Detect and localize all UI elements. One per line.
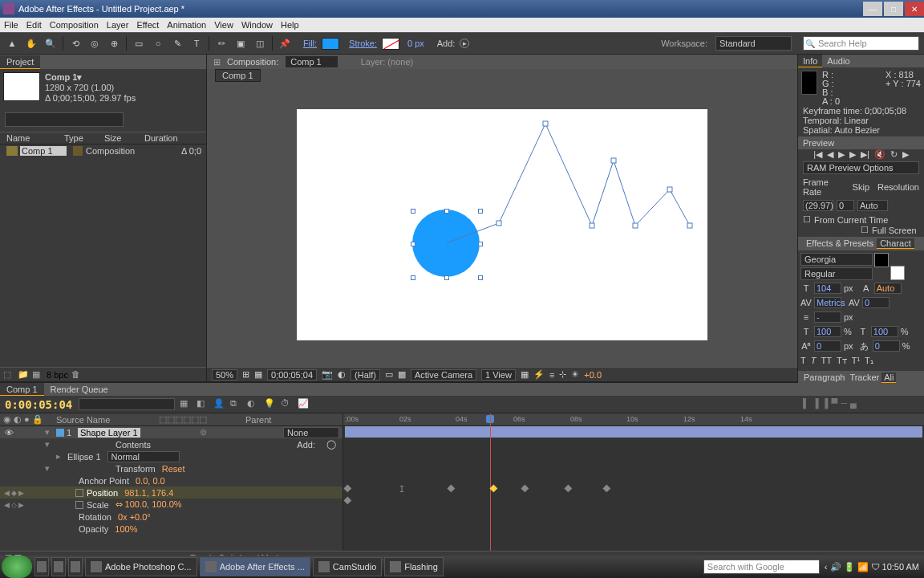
taskbar-quicklaunch[interactable] [68,557,83,576]
menu-composition[interactable]: Composition [50,20,99,30]
prop-opacity[interactable]: Opacity 100% [0,523,342,535]
subscript-icon[interactable]: T₁ [865,356,873,366]
tray-icon[interactable]: ‹ [825,562,828,572]
graph-editor-icon[interactable]: 📈 [298,398,310,411]
opacity-value[interactable]: 100% [115,524,137,534]
keyframe[interactable] [602,484,610,492]
search-help-input[interactable]: Search Help [803,36,919,51]
current-time[interactable]: 0:00:05:04 [5,398,72,411]
current-time-indicator[interactable] [490,413,491,551]
comp-subtab[interactable]: Comp 1 [215,69,261,82]
align-tab[interactable]: Ali [881,372,896,383]
grid-icon[interactable]: ⊞ [242,369,249,380]
tracking-field[interactable]: 0 [862,297,890,308]
label-color[interactable] [56,429,64,437]
stopwatch-icon[interactable] [75,501,83,509]
prev-kf-icon[interactable]: ◀ [4,489,10,497]
ram-preview-button[interactable]: ▶ [902,149,909,160]
start-button[interactable] [2,556,32,578]
layer-row-shape1[interactable]: 👁 ▾ 1 Shape Layer 1 ⊚ None [0,426,342,438]
timeline-tracks[interactable]: ;00s 02s 04s 06s 08s 10s 12s 14s I [343,413,924,551]
play-button[interactable]: ▶ [838,149,845,160]
resolution-select[interactable]: Auto [857,200,888,211]
taskbar-aftereffects[interactable]: Adobe After Effects ... [200,557,310,576]
camera-select[interactable]: Active Camera [411,369,476,381]
taskbar-quicklaunch[interactable] [51,557,66,576]
canvas-area[interactable] [207,82,797,367]
audio-tab[interactable]: Audio [822,55,854,67]
draft3d-icon[interactable]: ◧ [197,398,209,411]
baseline-field[interactable]: 0 [814,340,841,352]
skip-select[interactable]: 0 [837,200,854,211]
keyframe[interactable] [564,484,572,492]
position-value[interactable]: 981.1, 176.4 [124,488,173,498]
pan-behind-tool[interactable]: ⊕ [107,36,121,51]
add-button[interactable]: ◯ [326,439,336,450]
scale-value[interactable]: ⇔ 100.0, 100.0% [116,499,182,510]
motion-blur-icon[interactable]: ◐ [247,398,260,411]
rect-tool[interactable]: ▭ [132,36,146,51]
comp-new-icon[interactable]: ▦ [32,369,43,381]
channel-icon[interactable]: ◐ [338,369,346,380]
last-frame-button[interactable]: ▶| [861,149,869,160]
menu-animation[interactable]: Animation [167,20,206,30]
layer-name[interactable]: Shape Layer 1 [78,428,140,438]
framerate-select[interactable]: (29.97) [803,200,833,211]
clone-tool[interactable]: ▣ [233,36,248,51]
puppet-tool[interactable]: 📌 [278,36,292,51]
first-frame-button[interactable]: |◀ [813,149,822,160]
align-bottom-icon[interactable]: ▄ [850,398,857,408]
text-tool[interactable]: T [189,36,204,51]
timeline-tab-comp1[interactable]: Comp 1 [0,383,44,396]
tray-icon[interactable]: 📶 [857,562,869,572]
faux-bold-icon[interactable]: T [800,356,806,365]
blend-mode-select[interactable]: Normal [107,451,180,462]
next-kf-icon[interactable]: ▶ [18,489,24,497]
hide-shy-icon[interactable]: 👤 [213,398,226,411]
pixel-aspect-icon[interactable]: ▦ [521,369,529,380]
tsume-field[interactable]: 0 [873,340,900,352]
project-search[interactable] [5,112,124,127]
eraser-tool[interactable]: ◫ [253,36,267,51]
menu-layer[interactable]: Layer [107,20,129,30]
timecode-display[interactable]: 0;00;05;04 [267,369,317,381]
tracker-tab[interactable]: Tracker [847,372,881,383]
menu-window[interactable]: Window [241,20,273,30]
faux-italic-icon[interactable]: T [811,356,817,365]
clock[interactable]: 10:50 AM [882,562,919,572]
folder-icon[interactable]: 📁 [18,369,29,381]
tray-icon[interactable]: 🔊 [830,562,841,572]
prop-anchor[interactable]: Anchor Point 0.0, 0.0 [0,474,342,486]
keyframe[interactable] [343,484,351,492]
stroke-field[interactable]: - [814,311,841,323]
flowchart-icon[interactable]: ⊞ [213,57,221,67]
kerning-field[interactable]: Metrics [814,297,841,308]
autokey-icon[interactable]: ⏱ [281,398,294,411]
resolution-select[interactable]: (Half) [351,369,380,381]
paragraph-tab[interactable]: Paragraph [801,372,847,383]
next-frame-button[interactable]: ▶ [849,149,856,160]
stroke-width[interactable]: 0 px [407,39,424,48]
brainstorm-icon[interactable]: 💡 [264,398,277,411]
menu-view[interactable]: View [214,20,233,30]
align-top-icon[interactable]: ▀ [831,398,837,408]
brush-tool[interactable]: ✏ [214,36,229,51]
taskbar-search[interactable]: Search with Google [703,560,820,574]
hscale-field[interactable]: 100 [871,326,898,337]
exposure-value[interactable]: +0.0 [584,370,602,380]
keyframe[interactable] [447,484,455,492]
prev-kf-icon[interactable]: ◀ [4,501,10,509]
stroke-color[interactable] [890,266,905,280]
ellipse-tool[interactable]: ○ [151,36,165,51]
fill-swatch[interactable] [322,38,339,50]
kf-toggle-icon[interactable]: ◆ [11,489,17,497]
prop-rotation[interactable]: Rotation 0x +0.0° [0,511,342,523]
workspace-select[interactable]: Standard [715,36,792,51]
comp-mini-icon[interactable]: ▦ [180,398,192,411]
camera-tool[interactable]: ◎ [87,36,102,51]
minimize-button[interactable]: — [863,2,882,16]
hand-tool[interactable]: ✋ [24,36,38,51]
fill-color[interactable] [874,253,889,267]
visibility-toggle[interactable]: 👁 [0,428,18,438]
prev-frame-button[interactable]: ◀ [827,149,833,160]
